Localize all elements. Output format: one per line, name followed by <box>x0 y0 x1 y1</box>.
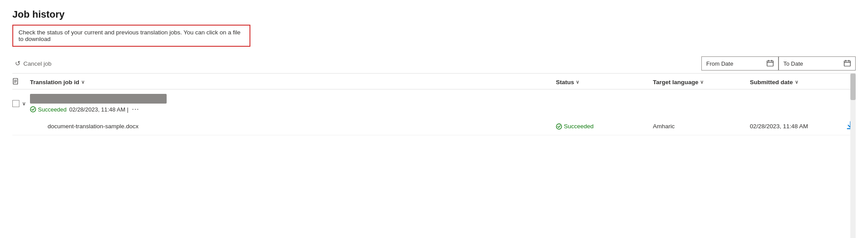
scrollbar-thumb[interactable] <box>850 74 856 100</box>
status-sort-icon: ∨ <box>576 79 579 85</box>
header-target-language-label: Target language <box>653 79 698 86</box>
expand-button[interactable]: ∨ <box>21 100 27 108</box>
job-status-label: Succeeded <box>38 106 67 113</box>
job-id-cell: Succeeded 02/28/2023, 11:48 AM | ··· <box>30 94 556 113</box>
toolbar-left: ↺ Cancel job <box>12 58 54 69</box>
description-box: Check the status of your current and pre… <box>12 25 250 47</box>
file-row: document-translation-sample.docx Succeed… <box>12 118 856 135</box>
scrollbar-track[interactable] <box>850 74 856 238</box>
cancel-job-button[interactable]: ↺ Cancel job <box>12 58 54 69</box>
target-language-sort-icon: ∨ <box>700 79 704 85</box>
svg-point-13 <box>556 124 562 129</box>
job-id-sort-icon: ∨ <box>81 79 85 85</box>
file-submitted-date: 02/28/2023, 11:48 AM <box>750 123 847 130</box>
toolbar-right: From Date To Date <box>701 56 856 71</box>
to-date-label: To Date <box>783 60 840 67</box>
from-date-calendar-icon[interactable] <box>767 60 774 68</box>
header-target-language[interactable]: Target language ∨ <box>653 79 750 86</box>
to-date-calendar-icon[interactable] <box>844 60 851 68</box>
header-checkbox-cell <box>12 78 30 86</box>
svg-rect-4 <box>844 61 850 66</box>
job-row-group: ∨ Succeeded 02/28/2023, 11:48 AM <box>12 89 856 135</box>
file-status: Succeeded <box>556 123 653 130</box>
table-row: ∨ Succeeded 02/28/2023, 11:48 AM <box>12 89 856 118</box>
job-status-detail: 02/28/2023, 11:48 AM | <box>69 106 128 113</box>
more-options-icon: ··· <box>132 105 139 113</box>
header-job-id-label: Translation job id <box>30 79 79 86</box>
job-status-row: Succeeded 02/28/2023, 11:48 AM | ··· <box>30 105 556 113</box>
check-circle-icon <box>30 106 36 112</box>
header-job-id[interactable]: Translation job id ∨ <box>30 79 556 86</box>
header-submitted-date-label: Submitted date <box>750 79 793 86</box>
header-status-label: Status <box>556 79 574 86</box>
table-area: Translation job id ∨ Status ∨ Target lan… <box>12 74 856 238</box>
expand-cell: ∨ <box>21 100 27 108</box>
submitted-date-sort-icon: ∨ <box>795 79 798 85</box>
job-row-controls: ∨ <box>12 100 30 108</box>
file-name[interactable]: document-translation-sample.docx <box>48 123 556 130</box>
cancel-icon: ↺ <box>15 60 21 67</box>
to-date-input[interactable]: To Date <box>779 56 856 71</box>
job-id-bar <box>30 94 167 104</box>
file-status-label: Succeeded <box>564 123 594 130</box>
from-date-label: From Date <box>706 60 763 67</box>
header-status[interactable]: Status ∨ <box>556 79 653 86</box>
svg-rect-0 <box>767 61 773 66</box>
more-options-button[interactable]: ··· <box>131 105 140 113</box>
page-container: Job history Check the status of your cur… <box>0 0 868 238</box>
checkbox-cell <box>12 100 19 107</box>
file-target-language: Amharic <box>653 123 750 130</box>
job-status-succeeded: Succeeded <box>30 106 67 113</box>
job-checkbox[interactable] <box>12 100 19 107</box>
toolbar: ↺ Cancel job From Date To Date <box>12 54 856 74</box>
doc-header-icon <box>12 78 19 85</box>
description-text: Check the status of your current and pre… <box>19 29 241 42</box>
from-date-input[interactable]: From Date <box>701 56 779 71</box>
file-check-circle-icon <box>556 123 562 130</box>
header-submitted-date[interactable]: Submitted date ∨ <box>750 79 847 86</box>
table-header: Translation job id ∨ Status ∨ Target lan… <box>12 74 856 89</box>
page-title: Job history <box>12 9 856 20</box>
svg-point-12 <box>30 107 36 112</box>
cancel-job-label: Cancel job <box>23 60 52 67</box>
